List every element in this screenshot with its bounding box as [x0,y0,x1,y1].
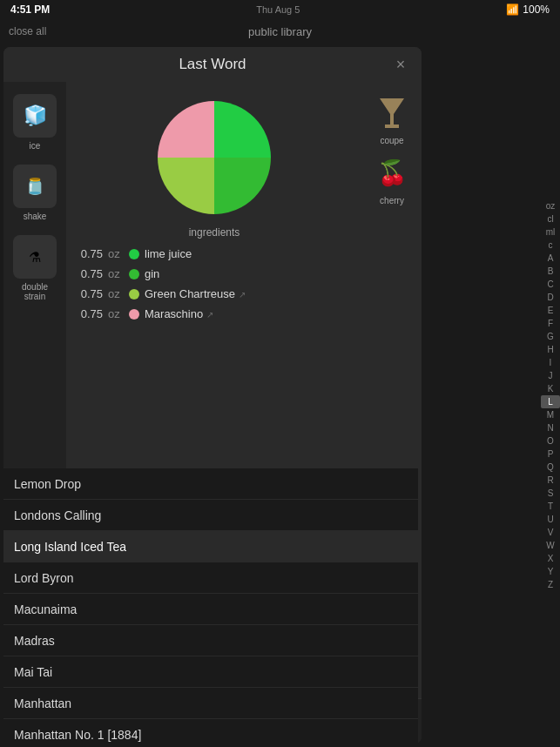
ingredient-name[interactable]: gin [145,267,350,280]
ingredient-color [129,269,139,279]
garnish-label: cherry [380,196,404,205]
list-item[interactable]: Manhattan No. 1 [1884] [3,719,418,747]
ingredients-section: ingredients 0.75 oz lime juice 0.75 oz g… [66,226,362,324]
alpha-oz[interactable]: oz [541,199,560,212]
alpha-I[interactable]: I [541,356,560,369]
alpha-G[interactable]: G [541,330,560,343]
pie-segment-2 [214,158,271,214]
pie-segment-3 [158,158,214,214]
list-item-name: Long Island Iced Tea [14,540,126,554]
list-item-highlighted[interactable]: Long Island Iced Tea [3,531,418,562]
alpha-D[interactable]: D [541,291,560,304]
shake-technique[interactable]: 🫙 shake [6,159,64,226]
ingredient-color [129,289,139,299]
list-item[interactable]: Macunaima [3,594,418,625]
alpha-M[interactable]: M [541,408,560,421]
list-item-name: Lemon Drop [14,477,81,491]
list-item[interactable]: Lord Byron [3,562,418,594]
glass-label: coupe [380,136,403,145]
alpha-W[interactable]: W [541,539,560,552]
list-item-name: Manhattan No. 1 [1884] [14,728,141,742]
status-time: 4:51 PM [10,3,50,16]
alphabet-index: oz cl ml c A B C D E F G H I J K L M N O… [541,44,560,747]
alpha-ml[interactable]: ml [541,225,560,239]
list-item[interactable]: Manhattan [3,688,418,719]
alpha-A[interactable]: A [541,252,560,265]
alpha-L[interactable]: L [541,395,560,408]
list-item-name: Manhattan [14,697,71,710]
app-header: close all public library [0,19,560,44]
ingredient-unit: oz [108,307,124,320]
alpha-X[interactable]: X [541,552,560,565]
strain-icon: ⚗ [13,235,57,279]
ingredient-amount: 0.75 [78,267,103,280]
cocktail-list: Lemon Drop Londons Calling Long Island I… [3,468,418,747]
coupe-icon [368,89,415,136]
alpha-U[interactable]: U [541,513,560,526]
ingredient-unit: oz [108,267,124,280]
alpha-T[interactable]: T [541,500,560,513]
wifi-icon: 📶 [506,3,519,16]
battery-text: 100% [523,3,550,16]
list-item-name: Londons Calling [14,508,101,522]
alpha-K[interactable]: K [541,382,560,395]
cherry-icon: 🍒 [368,149,415,196]
ingredient-unit: oz [108,247,124,260]
alpha-J[interactable]: J [541,369,560,382]
alpha-Q[interactable]: Q [541,461,560,474]
glass-type[interactable]: coupe [368,89,415,145]
strain-technique[interactable]: ⚗ double strain [6,230,64,306]
ingredient-amount: 0.75 [78,307,103,320]
alpha-c[interactable]: c [541,239,560,252]
ice-icon: 🧊 [13,94,57,138]
list-item-name: Lord Byron [14,571,73,585]
alpha-V[interactable]: V [541,526,560,539]
status-bar: 4:51 PM Thu Aug 5 📶 100% [0,0,560,19]
garnish-type[interactable]: 🍒 cherry [368,149,415,205]
ingredient-row: 0.75 oz gin [73,264,355,284]
modal-title: Last Word [179,56,246,73]
alpha-B[interactable]: B [541,265,560,278]
pie-segment-4 [158,101,214,158]
ingredient-name[interactable]: lime juice [145,247,350,260]
ingredient-row: 0.75 oz Maraschino ↗ [73,304,355,324]
ingredient-row: 0.75 oz lime juice [73,244,355,264]
ice-label: ice [30,141,41,151]
alpha-Y[interactable]: Y [541,565,560,578]
ingredients-heading: ingredients [73,226,355,239]
library-title: public library [248,25,312,38]
ingredient-amount: 0.75 [78,247,103,260]
list-item[interactable]: Lemon Drop [3,468,418,500]
alpha-Z[interactable]: Z [541,578,560,591]
list-item[interactable]: Madras [3,625,418,656]
pie-segment-1 [214,101,271,158]
close-all-button[interactable]: close all [9,25,46,37]
alpha-P[interactable]: P [541,448,560,461]
strain-label: double strain [11,282,58,301]
ingredient-name[interactable]: Green Chartreuse ↗ [145,287,350,300]
alpha-E[interactable]: E [541,304,560,317]
modal-close-button[interactable]: × [390,54,411,75]
list-item-name: Mai Tai [14,665,52,679]
ingredient-unit: oz [108,287,124,300]
ingredient-name[interactable]: Maraschino ↗ [145,307,350,320]
alpha-H[interactable]: H [541,343,560,356]
ingredient-color [129,309,139,320]
ice-technique[interactable]: 🧊 ice [6,89,64,156]
status-date: Thu Aug 5 [256,4,300,15]
alpha-F[interactable]: F [541,317,560,330]
alpha-cl[interactable]: cl [541,212,560,225]
alpha-C[interactable]: C [541,278,560,291]
list-item[interactable]: Mai Tai [3,656,418,688]
alpha-O[interactable]: O [541,434,560,448]
ingredient-row: 0.75 oz Green Chartreuse ↗ [73,284,355,304]
alpha-S[interactable]: S [541,487,560,500]
ingredient-color [129,249,139,259]
shake-icon: 🫙 [13,165,57,208]
list-item-name: Madras [14,634,55,648]
list-item[interactable]: Londons Calling [3,500,418,531]
ingredient-amount: 0.75 [78,287,103,300]
alpha-N[interactable]: N [541,421,560,434]
alpha-R[interactable]: R [541,474,560,487]
pie-chart [149,92,280,223]
